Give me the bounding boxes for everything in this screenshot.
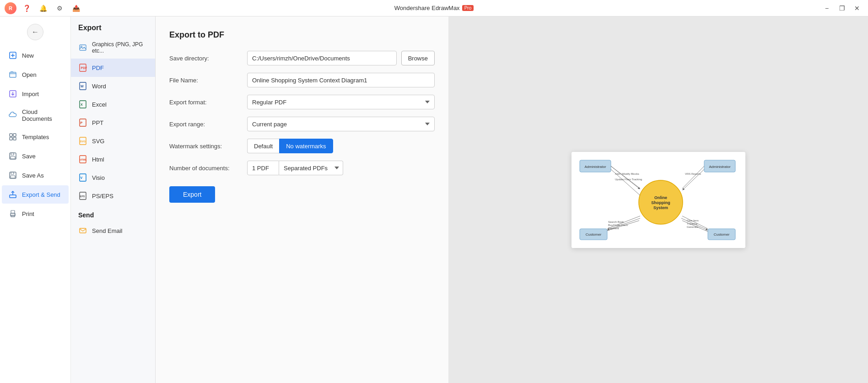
svg-rect-15: [11, 176, 15, 178]
export-item-html[interactable]: HTML Html: [71, 150, 155, 168]
maximize-button[interactable]: ❐: [836, 2, 848, 15]
sidebar-item-templates[interactable]: Templates: [2, 128, 69, 146]
main-layout: ← New Open: [0, 16, 868, 383]
export-item-excel-label: Excel: [92, 101, 107, 108]
watermark-row: Watermark settings: Default No watermark…: [169, 139, 435, 153]
close-button[interactable]: ✕: [851, 2, 863, 15]
sidebar-item-export-label: Export & Send: [22, 191, 60, 198]
svg-text:V: V: [81, 176, 83, 179]
pro-badge: Pro: [462, 5, 474, 11]
sidebar-item-templates-label: Templates: [22, 134, 49, 140]
export-panel: Export Graphics (PNG, JPG etc... PDF PDF: [71, 16, 156, 383]
file-name-label: File Name:: [169, 77, 243, 84]
html-icon: HTML: [78, 155, 87, 164]
file-name-input[interactable]: [247, 73, 435, 87]
svg-text:SVG: SVG: [80, 140, 86, 143]
form-panel: Export to PDF Save directory: Browse Fil…: [156, 16, 448, 383]
export-item-visio[interactable]: V Visio: [71, 168, 155, 187]
save-directory-input[interactable]: [247, 51, 397, 65]
export-item-word-label: Word: [92, 83, 106, 90]
email-icon: [78, 226, 87, 235]
back-button[interactable]: ←: [27, 24, 43, 40]
watermark-label: Watermark settings:: [169, 143, 243, 150]
export-item-pdf-label: PDF: [92, 65, 104, 71]
svg-text:X: X: [81, 103, 83, 106]
graphics-icon: [78, 43, 87, 52]
watermark-default-button[interactable]: Default: [247, 139, 279, 153]
svg-text:HTML: HTML: [80, 158, 87, 161]
pdf-icon: PDF: [78, 63, 87, 72]
export-item-pseps[interactable]: EPS PS/EPS: [71, 187, 155, 205]
svg-rect-40: [80, 228, 86, 233]
svg-rect-19: [11, 210, 15, 213]
export-item-word[interactable]: W Word: [71, 77, 155, 95]
sidebar-item-new-label: New: [22, 52, 34, 59]
svg-text:System: System: [653, 205, 668, 210]
help-icon[interactable]: ❓: [20, 2, 33, 15]
export-item-graphics[interactable]: Graphics (PNG, JPG etc...: [71, 37, 155, 59]
svg-text:Customer: Customer: [585, 232, 601, 237]
sidebar-item-new[interactable]: New: [2, 46, 69, 65]
templates-icon: [8, 132, 17, 141]
content-area: Export to PDF Save directory: Browse Fil…: [156, 16, 868, 383]
svg-rect-3: [10, 72, 16, 77]
svg-text:P: P: [81, 121, 83, 124]
export-format-label: Export format:: [169, 99, 243, 106]
export-item-html-label: Html: [92, 156, 104, 163]
share-icon[interactable]: 📤: [70, 2, 82, 15]
app-title: Wondershare EdrawMax: [394, 5, 460, 11]
export-item-email[interactable]: Send Email: [71, 221, 155, 240]
export-item-pdf[interactable]: PDF PDF: [71, 59, 155, 77]
export-item-email-label: Send Email: [92, 227, 122, 234]
export-item-visio-label: Visio: [92, 174, 105, 181]
export-range-select[interactable]: Current page All pages Selected pages: [247, 117, 435, 131]
save-directory-row: Save directory: Browse: [169, 51, 435, 65]
export-format-row: Export format: Regular PDF PDF/A PDF/X: [169, 95, 435, 109]
sidebar: ← New Open: [0, 16, 71, 383]
export-format-select[interactable]: Regular PDF PDF/A PDF/X: [247, 95, 435, 109]
svg-text:Online: Online: [654, 195, 667, 200]
sidebar-item-save-label: Save: [22, 153, 36, 160]
sidebar-item-import-label: Import: [22, 91, 39, 97]
titlebar: R ❓ 🔔 ⚙ 📤 Wondershare EdrawMax Pro − ❐ ✕: [0, 0, 868, 16]
svg-text:Update Form Tracking: Update Form Tracking: [615, 178, 642, 181]
sidebar-item-export[interactable]: Export & Send: [2, 185, 69, 204]
svg-rect-12: [11, 156, 15, 159]
svg-rect-8: [10, 137, 12, 140]
titlebar-left: R ❓ 🔔 ⚙ 📤: [5, 0, 82, 16]
watermark-nowatermark-button[interactable]: No watermarks: [279, 139, 333, 153]
export-item-ppt[interactable]: P PPT: [71, 113, 155, 132]
sidebar-item-save[interactable]: Save: [2, 147, 69, 165]
notification-icon[interactable]: 🔔: [37, 2, 49, 15]
export-item-svg[interactable]: SVG SVG: [71, 132, 155, 150]
sidebar-item-print[interactable]: Print: [2, 205, 69, 223]
sidebar-item-import[interactable]: Import: [2, 85, 69, 103]
sidebar-item-cloud-label: Cloud Documents: [22, 108, 62, 122]
sidebar-item-open[interactable]: Open: [2, 65, 69, 84]
new-icon: [8, 51, 17, 60]
excel-icon: X: [78, 100, 87, 109]
browse-button[interactable]: Browse: [401, 51, 435, 65]
sidebar-item-cloud[interactable]: Cloud Documents: [2, 104, 69, 127]
numdoc-controls: Separated PDFs Merged PDF: [247, 161, 343, 175]
visio-icon: V: [78, 173, 87, 182]
export-item-graphics-label: Graphics (PNG, JPG etc...: [92, 41, 148, 54]
print-icon: [8, 209, 17, 218]
export-item-excel[interactable]: X Excel: [71, 95, 155, 113]
send-section-title: Send: [71, 205, 155, 221]
svg-text:Customer: Customer: [713, 232, 729, 237]
sidebar-item-saveas[interactable]: Save As: [2, 166, 69, 184]
export-button[interactable]: Export: [169, 186, 215, 203]
window-controls: − ❐ ✕: [820, 0, 863, 16]
numdoc-input[interactable]: [247, 161, 279, 175]
svg-text:W: W: [81, 85, 84, 88]
numdoc-row: Number of documents: Separated PDFs Merg…: [169, 161, 435, 175]
svg-text:Search Book: Search Book: [608, 221, 624, 223]
ppt-icon: P: [78, 118, 87, 127]
numdoc-select[interactable]: Separated PDFs Merged PDF: [279, 161, 343, 175]
export-item-svg-label: SVG: [92, 138, 104, 145]
minimize-button[interactable]: −: [820, 2, 833, 15]
settings-icon[interactable]: ⚙: [53, 2, 66, 15]
svg-rect-6: [10, 134, 12, 136]
open-icon: [8, 70, 17, 79]
